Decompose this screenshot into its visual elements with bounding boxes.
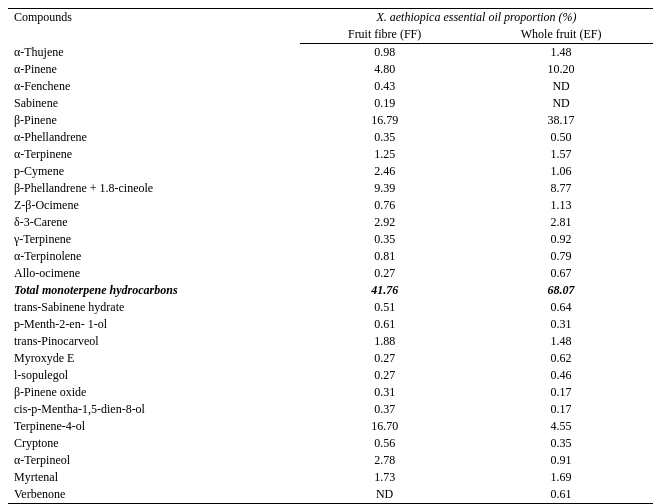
- ff-value: 0.81: [300, 248, 469, 265]
- table-row: α-Pinene4.8010.20: [8, 61, 653, 78]
- ef-value: 1.06: [469, 163, 653, 180]
- compound-name: Myroxyde E: [8, 350, 300, 367]
- ff-value: 0.37: [300, 401, 469, 418]
- ef-value: 0.46: [469, 367, 653, 384]
- compound-name: Total monoterpene hydrocarbons: [8, 282, 300, 299]
- ff-value: 0.35: [300, 231, 469, 248]
- ef-value: 0.92: [469, 231, 653, 248]
- compound-name: α-Pinene: [8, 61, 300, 78]
- table-row: β-Pinene16.7938.17: [8, 112, 653, 129]
- ff-value: 0.27: [300, 265, 469, 282]
- ef-value: 0.79: [469, 248, 653, 265]
- table-row: l-sopulegol0.270.46: [8, 367, 653, 384]
- ff-value: 0.19: [300, 95, 469, 112]
- ef-header: Whole fruit (EF): [469, 26, 653, 44]
- compound-name: α-Fenchene: [8, 78, 300, 95]
- table-row: α-Phellandrene0.350.50: [8, 129, 653, 146]
- compound-name: α-Terpineol: [8, 452, 300, 469]
- table-row: Total monoterpene hydrocarbons41.7668.07: [8, 282, 653, 299]
- compound-name: α-Phellandrene: [8, 129, 300, 146]
- ef-value: 1.48: [469, 333, 653, 350]
- ef-value: 10.20: [469, 61, 653, 78]
- compound-name: Cryptone: [8, 435, 300, 452]
- compound-name: β-Phellandrene + 1.8-cineole: [8, 180, 300, 197]
- ef-value: 1.48: [469, 44, 653, 62]
- table-row: Allo-ocimene0.270.67: [8, 265, 653, 282]
- compound-name: l-sopulegol: [8, 367, 300, 384]
- ef-value: 0.64: [469, 299, 653, 316]
- ff-value: 16.79: [300, 112, 469, 129]
- table-row: trans-Pinocarveol1.881.48: [8, 333, 653, 350]
- compound-name: trans-Pinocarveol: [8, 333, 300, 350]
- table-row: trans-Sabinene hydrate0.510.64: [8, 299, 653, 316]
- table-row: γ-Terpinene0.350.92: [8, 231, 653, 248]
- table-row: Myroxyde E0.270.62: [8, 350, 653, 367]
- table-row: α-Thujene0.981.48: [8, 44, 653, 62]
- ff-value: 2.92: [300, 214, 469, 231]
- compound-name: Verbenone: [8, 486, 300, 504]
- ff-value: 2.78: [300, 452, 469, 469]
- ff-value: 1.73: [300, 469, 469, 486]
- compound-name: Sabinene: [8, 95, 300, 112]
- table-row: cis-p-Mentha-1,5-dien-8-ol0.370.17: [8, 401, 653, 418]
- ef-value: 0.61: [469, 486, 653, 504]
- ff-value: 0.56: [300, 435, 469, 452]
- compound-name: trans-Sabinene hydrate: [8, 299, 300, 316]
- ff-value: 0.61: [300, 316, 469, 333]
- data-table: Compounds X. aethiopica essential oil pr…: [8, 8, 653, 504]
- ef-value: 0.31: [469, 316, 653, 333]
- table-row: p-Cymene2.461.06: [8, 163, 653, 180]
- compound-name: α-Terpinolene: [8, 248, 300, 265]
- ff-value: 1.88: [300, 333, 469, 350]
- ff-value: ND: [300, 486, 469, 504]
- compound-name: α-Thujene: [8, 44, 300, 62]
- ff-value: 2.46: [300, 163, 469, 180]
- group-header: X. aethiopica essential oil proportion (…: [300, 9, 653, 27]
- ff-value: 1.25: [300, 146, 469, 163]
- ff-value: 16.70: [300, 418, 469, 435]
- ff-header: Fruit fibre (FF): [300, 26, 469, 44]
- ef-value: 0.35: [469, 435, 653, 452]
- compound-name: p-Menth-2-en- 1-ol: [8, 316, 300, 333]
- ef-value: 1.13: [469, 197, 653, 214]
- compound-name: cis-p-Mentha-1,5-dien-8-ol: [8, 401, 300, 418]
- table-row: α-Terpinolene0.810.79: [8, 248, 653, 265]
- compound-name: Myrtenal: [8, 469, 300, 486]
- ef-value: 0.91: [469, 452, 653, 469]
- ff-value: 0.31: [300, 384, 469, 401]
- ff-value: 0.76: [300, 197, 469, 214]
- ef-value: 1.69: [469, 469, 653, 486]
- ff-value: 0.51: [300, 299, 469, 316]
- ef-value: ND: [469, 78, 653, 95]
- ef-value: 0.62: [469, 350, 653, 367]
- table-row: δ-3-Carene2.922.81: [8, 214, 653, 231]
- compound-name: β-Pinene: [8, 112, 300, 129]
- table-row: β-Phellandrene + 1.8-cineole9.398.77: [8, 180, 653, 197]
- table-row: VerbenoneND0.61: [8, 486, 653, 504]
- table-row: α-Terpineol2.780.91: [8, 452, 653, 469]
- ff-value: 41.76: [300, 282, 469, 299]
- ff-value: 4.80: [300, 61, 469, 78]
- table-row: α-Fenchene0.43ND: [8, 78, 653, 95]
- ef-value: 8.77: [469, 180, 653, 197]
- compound-name: α-Terpinene: [8, 146, 300, 163]
- ff-value: 0.27: [300, 367, 469, 384]
- ff-value: 0.98: [300, 44, 469, 62]
- ef-value: 0.17: [469, 384, 653, 401]
- ff-value: 0.27: [300, 350, 469, 367]
- table-row: Terpinene-4-ol16.704.55: [8, 418, 653, 435]
- ef-value: 38.17: [469, 112, 653, 129]
- ef-value: 1.57: [469, 146, 653, 163]
- compound-name: Allo-ocimene: [8, 265, 300, 282]
- compound-name: β-Pinene oxide: [8, 384, 300, 401]
- ff-value: 9.39: [300, 180, 469, 197]
- table-row: α-Terpinene1.251.57: [8, 146, 653, 163]
- ef-value: 0.50: [469, 129, 653, 146]
- table-row: β-Pinene oxide0.310.17: [8, 384, 653, 401]
- table-row: Sabinene0.19ND: [8, 95, 653, 112]
- ef-value: 4.55: [469, 418, 653, 435]
- compound-name: γ-Terpinene: [8, 231, 300, 248]
- table-row: Z-β-Ocimene0.761.13: [8, 197, 653, 214]
- ff-value: 0.43: [300, 78, 469, 95]
- table-row: p-Menth-2-en- 1-ol0.610.31: [8, 316, 653, 333]
